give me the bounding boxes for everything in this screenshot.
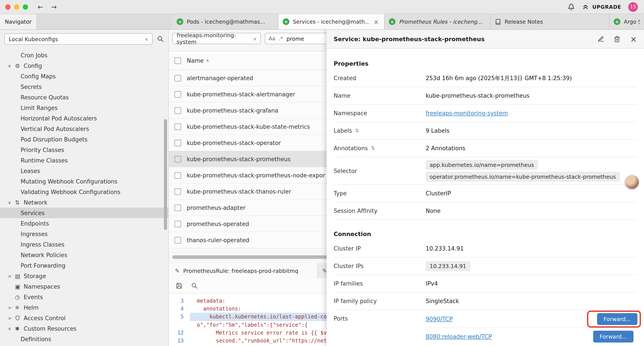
close-icon[interactable]: ×: [630, 35, 637, 43]
expand-toggle-icon[interactable]: ⇅: [355, 128, 359, 134]
sidebar-item[interactable]: Port Forwarding: [0, 260, 168, 271]
sidebar-scrollbar[interactable]: [164, 119, 167, 230]
sidebar-item-label: Services: [20, 210, 45, 216]
cluster-ip-value: 10.233.14.91: [426, 245, 464, 252]
select-all-checkbox[interactable]: [174, 57, 181, 64]
row-checkbox[interactable]: [174, 123, 181, 130]
save-icon[interactable]: [176, 282, 182, 289]
document-tab[interactable]: ⎈ Services - icecheng@math... ×: [278, 14, 384, 29]
sidebar-item-icon: ✱: [15, 325, 24, 332]
row-checkbox[interactable]: [174, 91, 181, 97]
row-checkbox[interactable]: [174, 107, 181, 114]
document-tab[interactable]: ⎈ Pods - icecheng@mathmas... ×: [172, 14, 278, 29]
sidebar-item-label: Ingresses: [20, 231, 48, 237]
sidebar-item[interactable]: ∨ ⇅ Network: [0, 197, 168, 208]
edit-icon[interactable]: [598, 36, 604, 42]
forward-button[interactable]: Forward...: [597, 313, 638, 325]
service-name: kube-prometheus-stack-operator: [187, 139, 281, 146]
tab-close-icon[interactable]: ×: [373, 18, 380, 25]
close-window-button[interactable]: [5, 4, 10, 9]
sidebar-item[interactable]: Validating Webhook Configurations: [0, 187, 168, 197]
row-checkbox[interactable]: [174, 221, 181, 227]
row-checkbox[interactable]: [174, 75, 181, 81]
document-tab[interactable]: ⎈ Prometheus Rules - icecheng... ×: [384, 14, 490, 29]
sidebar-item[interactable]: Horizontal Pod Autoscalers: [0, 113, 168, 123]
regex-toggle[interactable]: .*: [279, 35, 283, 42]
row-checkbox[interactable]: [174, 139, 181, 146]
forward-button[interactable]: Forward...: [593, 331, 634, 342]
sidebar-item[interactable]: > ▤ Storage: [0, 271, 168, 281]
sidebar-item[interactable]: Secrets: [0, 81, 168, 92]
row-checkbox[interactable]: [174, 172, 181, 178]
sidebar-item[interactable]: Pod Disruption Budgets: [0, 134, 168, 145]
sidebar-item-label: Access Control: [24, 315, 66, 321]
ip-families-value: IPv4: [426, 280, 438, 287]
sidebar-item-label: Storage: [24, 273, 46, 279]
property-row-annotations: Annotations ⇅ 2 Annotations: [334, 140, 637, 157]
expand-toggle-icon[interactable]: ⇅: [371, 145, 375, 151]
row-checkbox[interactable]: [174, 204, 181, 211]
sidebar-item[interactable]: Ingresses: [0, 229, 168, 239]
sidebar-item[interactable]: ∨ ⚙ Config: [0, 60, 168, 71]
property-row-ip-families: IP families IPv4: [334, 275, 637, 293]
sidebar-item[interactable]: Runtime Classes: [0, 155, 168, 166]
upgrade-button[interactable]: UPGRADE: [582, 3, 621, 10]
sidebar-item-label: Pod Disruption Budgets: [20, 136, 88, 143]
minimize-window-button[interactable]: [14, 4, 19, 9]
details-drawer: Service: kube-prometheus-stack-prometheu…: [326, 30, 644, 346]
sidebar-item[interactable]: Mutating Webhook Configurations: [0, 176, 168, 187]
sidebar-item[interactable]: > ⎈ Helm: [0, 302, 168, 313]
sidebar-item[interactable]: Network Policies: [0, 250, 168, 260]
name-column-header[interactable]: Name: [187, 57, 204, 64]
sidebar-item[interactable]: Vertical Pod Autoscalers: [0, 123, 168, 134]
row-checkbox[interactable]: [174, 237, 181, 243]
bell-icon[interactable]: [568, 3, 575, 10]
chevron-icon: >: [8, 274, 15, 278]
document-tab[interactable]: ⎈ Argo Se ×: [609, 14, 644, 29]
tab-label: Pods - icecheng@mathmas...: [187, 19, 265, 25]
sidebar-item[interactable]: Ingress Classes: [0, 239, 168, 250]
notification-badge[interactable]: 15: [628, 2, 638, 11]
search-icon[interactable]: [157, 35, 164, 42]
forward-icon[interactable]: →: [51, 3, 56, 11]
sidebar-item[interactable]: ◷ Events: [0, 292, 168, 302]
sidebar-item[interactable]: ▣ Namespaces: [0, 281, 168, 292]
document-tab[interactable]: Release Notes ×: [490, 14, 609, 29]
maximize-window-button[interactable]: [23, 4, 28, 9]
annotations-value: 2 Annotations: [426, 145, 465, 152]
sidebar-item-label: Network: [24, 199, 48, 206]
trash-icon[interactable]: [614, 36, 620, 42]
sidebar-item[interactable]: Config Maps: [0, 71, 168, 81]
sidebar-item[interactable]: Leases: [0, 166, 168, 176]
back-icon[interactable]: ←: [38, 3, 43, 11]
sidebar-item[interactable]: Priority Classes: [0, 145, 168, 155]
search-value: prome: [286, 35, 304, 42]
sidebar-item[interactable]: Limit Ranges: [0, 102, 168, 113]
kubeconfig-selector[interactable]: Local Kubeconfigs ∨: [4, 33, 152, 45]
line-number: [169, 321, 190, 329]
sidebar-item-label: Namespaces: [24, 283, 60, 290]
port-link[interactable]: 8080:reloader-web/TCP: [426, 333, 492, 340]
sidebar-item[interactable]: Endpoints: [0, 218, 168, 229]
sidebar-item[interactable]: ∨ ✱ Custom Resources: [0, 323, 168, 334]
row-checkbox[interactable]: [174, 156, 181, 162]
namespace-filter[interactable]: freeleaps-monitoring-system ∨: [172, 33, 261, 44]
search-icon[interactable]: [191, 282, 198, 289]
sidebar-item[interactable]: Cron Jobs: [0, 50, 168, 60]
dock-tab[interactable]: ✎ PrometheusRule: freeleaps-prod-rabbitm…: [169, 263, 318, 278]
sidebar-item-label: Cron Jobs: [20, 52, 48, 58]
user-avatar[interactable]: [625, 175, 639, 189]
namespace-link[interactable]: freeleaps-monitoring-system: [426, 110, 508, 116]
sort-ascending-icon[interactable]: ∧: [206, 58, 209, 63]
sidebar-item[interactable]: Services: [0, 208, 168, 218]
match-case-toggle[interactable]: Aa: [269, 35, 275, 42]
sidebar-item[interactable]: Definitions: [0, 334, 168, 344]
row-checkbox[interactable]: [174, 188, 181, 195]
sidebar-item[interactable]: Resource Quotas: [0, 92, 168, 102]
sidebar-item-icon: ▤: [15, 273, 24, 279]
port-link[interactable]: 9090/TCP: [426, 316, 453, 322]
sidebar-item-icon: ⇅: [15, 199, 24, 206]
line-number: 5: [169, 313, 190, 321]
sidebar-item[interactable]: > Access Control: [0, 313, 168, 323]
navigator-tab[interactable]: Navigator: [0, 14, 37, 29]
